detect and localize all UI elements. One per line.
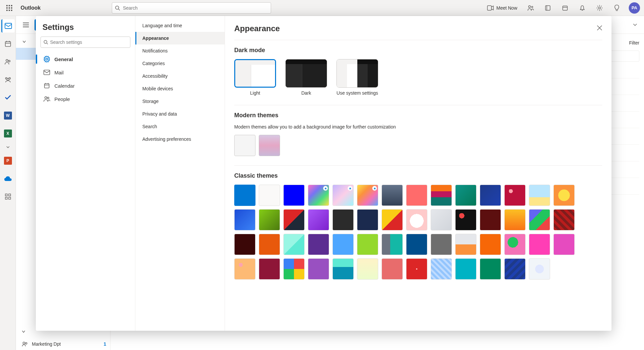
calendar-icon[interactable] (557, 0, 573, 16)
sub-search[interactable]: Search (135, 120, 225, 133)
classic-theme-17[interactable] (308, 209, 329, 230)
classic-theme-19[interactable] (357, 209, 378, 230)
classic-theme-11[interactable] (504, 185, 526, 206)
classic-theme-28[interactable] (234, 234, 255, 255)
classic-theme-32[interactable] (332, 234, 354, 255)
classic-theme-42[interactable] (234, 258, 255, 280)
classic-theme-30[interactable] (283, 234, 305, 255)
classic-theme-15[interactable] (259, 209, 280, 230)
sub-categories[interactable]: Categories (135, 57, 225, 70)
classic-theme-10[interactable] (480, 185, 501, 206)
classic-theme-49[interactable] (406, 258, 427, 280)
classic-theme-1[interactable] (259, 185, 280, 206)
classic-theme-38[interactable] (480, 234, 501, 255)
close-icon[interactable] (594, 23, 605, 33)
classic-theme-31[interactable] (308, 234, 329, 255)
classic-theme-2[interactable] (283, 185, 305, 206)
classic-theme-36[interactable] (431, 234, 452, 255)
app-launcher-icon[interactable] (4, 3, 15, 13)
classic-theme-20[interactable] (382, 209, 403, 230)
classic-theme-13[interactable] (553, 185, 575, 206)
classic-theme-22[interactable] (431, 209, 452, 230)
modern-theme-default[interactable] (234, 135, 255, 156)
rail-people-icon[interactable] (1, 55, 15, 68)
rail-expand-icon[interactable] (1, 145, 15, 149)
search-box[interactable] (112, 2, 271, 14)
classic-theme-39[interactable] (504, 234, 526, 255)
classic-theme-5[interactable]: ★ (357, 185, 378, 206)
gear-icon[interactable] (592, 0, 608, 16)
classic-theme-54[interactable] (529, 258, 550, 280)
classic-theme-35[interactable] (406, 234, 427, 255)
rail-groups-icon[interactable] (1, 73, 15, 86)
lightbulb-icon[interactable] (609, 0, 625, 16)
meet-now-button[interactable]: Meet Now (483, 0, 521, 16)
classic-theme-48[interactable] (382, 258, 403, 280)
sub-mobile-devices[interactable]: Mobile devices (135, 82, 225, 95)
classic-theme-0[interactable] (234, 185, 255, 206)
sub-storage[interactable]: Storage (135, 95, 225, 108)
rail-more-apps-icon[interactable] (1, 190, 15, 203)
classic-theme-4[interactable]: ★ (332, 185, 354, 206)
rail-todo-icon[interactable] (1, 91, 15, 104)
bell-icon[interactable] (574, 0, 590, 16)
dark-mode-dark[interactable]: Dark (285, 59, 327, 96)
classic-theme-41[interactable] (553, 234, 575, 255)
classic-theme-24[interactable] (480, 209, 501, 230)
settings-search-input[interactable] (50, 40, 127, 45)
rail-powerpoint-icon[interactable]: P (1, 154, 15, 167)
classic-theme-16[interactable] (283, 209, 305, 230)
classic-theme-47[interactable] (357, 258, 378, 280)
teams-icon[interactable] (523, 0, 538, 16)
dark-mode-light[interactable]: Light (234, 59, 276, 96)
settings-nav-calendar[interactable]: Calendar (40, 79, 130, 92)
classic-theme-51[interactable] (455, 258, 476, 280)
filter-button[interactable]: Filter (629, 40, 639, 45)
sub-accessibility[interactable]: Accessibility (135, 70, 225, 82)
classic-theme-7[interactable] (406, 185, 427, 206)
classic-theme-33[interactable] (357, 234, 378, 255)
classic-theme-14[interactable] (234, 209, 255, 230)
classic-theme-12[interactable] (529, 185, 550, 206)
classic-theme-52[interactable] (480, 258, 501, 280)
settings-nav-mail[interactable]: Mail (40, 66, 130, 79)
settings-search[interactable] (40, 37, 130, 48)
rail-excel-icon[interactable]: X (1, 127, 15, 140)
classic-theme-40[interactable] (529, 234, 550, 255)
rail-calendar-icon[interactable] (1, 37, 15, 50)
sub-privacy-data[interactable]: Privacy and data (135, 108, 225, 120)
classic-theme-53[interactable] (504, 258, 526, 280)
groups-chevron-icon[interactable] (22, 329, 25, 335)
classic-theme-8[interactable] (431, 185, 452, 206)
search-input[interactable] (123, 5, 268, 11)
classic-theme-23[interactable] (455, 209, 476, 230)
classic-theme-18[interactable] (332, 209, 354, 230)
classic-theme-25[interactable] (504, 209, 526, 230)
dark-mode-system[interactable]: Use system settings (336, 59, 378, 96)
sub-notifications[interactable]: Notifications (135, 44, 225, 57)
sub-language-time[interactable]: Language and time (135, 19, 225, 32)
toolbar-dropdown-icon[interactable] (630, 19, 640, 31)
settings-nav-general[interactable]: General (40, 52, 130, 66)
classic-theme-9[interactable] (455, 185, 476, 206)
settings-nav-people[interactable]: People (40, 92, 130, 106)
rail-word-icon[interactable]: W (1, 109, 15, 122)
classic-theme-46[interactable] (332, 258, 354, 280)
classic-theme-50[interactable] (431, 258, 452, 280)
classic-theme-6[interactable] (382, 185, 403, 206)
classic-theme-3[interactable]: ★ (308, 185, 329, 206)
hamburger-icon[interactable] (20, 19, 32, 31)
avatar[interactable]: PA (629, 2, 640, 14)
sub-appearance[interactable]: Appearance (135, 32, 225, 44)
rail-mail-icon[interactable] (1, 19, 15, 33)
classic-theme-21[interactable] (406, 209, 427, 230)
groups-row[interactable]: Marketing Dpt 1 (16, 338, 110, 350)
classic-theme-34[interactable] (382, 234, 403, 255)
classic-theme-37[interactable] (455, 234, 476, 255)
sub-advertising[interactable]: Advertising preferences (135, 133, 225, 145)
classic-theme-26[interactable] (529, 209, 550, 230)
classic-theme-27[interactable] (553, 209, 575, 230)
classic-theme-43[interactable] (259, 258, 280, 280)
modern-theme-landscape[interactable] (259, 135, 280, 156)
classic-theme-44[interactable] (283, 258, 305, 280)
